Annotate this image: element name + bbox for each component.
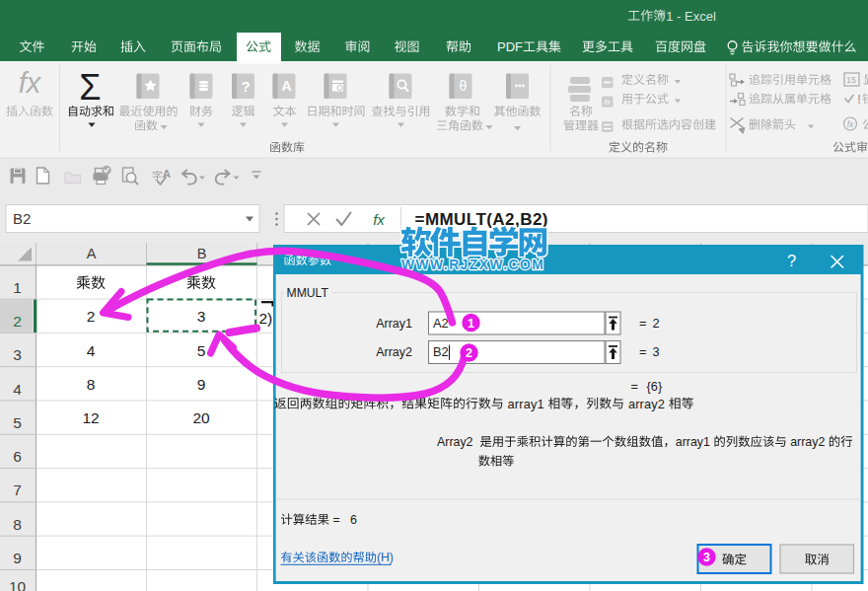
svg-text:3: 3 — [703, 551, 710, 564]
svg-text:5: 5 — [197, 342, 206, 359]
svg-text:array1: array1 — [676, 435, 710, 449]
svg-text:?: ? — [241, 78, 250, 95]
svg-text:A: A — [281, 78, 291, 94]
svg-text:20: 20 — [192, 409, 210, 426]
svg-text:6: 6 — [350, 513, 357, 527]
svg-text:5: 5 — [13, 414, 22, 431]
svg-text:fx: fx — [605, 98, 612, 107]
svg-text:2: 2 — [13, 313, 22, 330]
svg-text:MMULT: MMULT — [287, 286, 329, 300]
svg-text:1: 1 — [468, 317, 474, 331]
svg-text:fx: fx — [847, 119, 854, 129]
svg-text:1: 1 — [13, 279, 22, 296]
svg-text:=: = — [332, 513, 339, 527]
svg-text:15: 15 — [846, 75, 856, 85]
svg-text:2: 2 — [466, 346, 472, 360]
svg-text:PDF: PDF — [497, 39, 523, 54]
svg-text:7: 7 — [13, 481, 22, 498]
svg-text:4: 4 — [13, 381, 22, 398]
svg-text:1: 1 — [666, 9, 673, 24]
svg-text:Array2: Array2 — [376, 345, 412, 359]
svg-text:9: 9 — [197, 376, 206, 393]
svg-text:θ: θ — [460, 78, 468, 94]
svg-text:=MMULT(A2,B2): =MMULT(A2,B2) — [415, 210, 548, 229]
svg-text:2: 2 — [87, 308, 96, 325]
svg-text:10: 10 — [9, 578, 27, 591]
svg-text:4: 4 — [87, 342, 96, 359]
svg-text:2: 2 — [653, 316, 660, 331]
svg-text:Array2: Array2 — [437, 435, 473, 449]
svg-text:array1: array1 — [508, 397, 544, 411]
svg-text:{6}: {6} — [647, 379, 663, 394]
svg-text:A: A — [87, 246, 97, 261]
svg-text:B: B — [197, 246, 207, 261]
svg-text:fx: fx — [373, 211, 385, 228]
svg-text:!: ! — [857, 93, 861, 107]
svg-text:=: = — [639, 344, 646, 359]
svg-text:3: 3 — [653, 344, 660, 359]
svg-text:Array1: Array1 — [376, 317, 412, 331]
svg-text:array2: array2 — [628, 397, 665, 411]
svg-text:-: - — [677, 9, 681, 24]
svg-text:A: A — [163, 168, 171, 180]
svg-text:B2: B2 — [13, 210, 31, 227]
svg-text:=: = — [631, 379, 638, 394]
svg-text:Excel: Excel — [685, 9, 716, 24]
svg-text:9: 9 — [13, 550, 22, 566]
svg-text:fx: fx — [19, 67, 42, 99]
svg-text:2): 2) — [259, 310, 273, 327]
svg-text:Σ: Σ — [79, 67, 101, 108]
svg-text:3: 3 — [197, 308, 206, 325]
svg-text:A2: A2 — [433, 316, 449, 331]
svg-text:3: 3 — [13, 346, 22, 363]
svg-text:6: 6 — [13, 448, 22, 465]
svg-text:(H): (H) — [377, 551, 394, 564]
svg-text:array2: array2 — [790, 435, 825, 449]
svg-text:8: 8 — [13, 516, 22, 533]
svg-text:WWW.RJZXW.COM: WWW.RJZXW.COM — [401, 258, 544, 272]
svg-text:12: 12 — [82, 409, 99, 426]
svg-text:8: 8 — [87, 376, 96, 393]
svg-text:?: ? — [787, 252, 796, 269]
svg-text:B2: B2 — [433, 344, 449, 359]
svg-text:=: = — [639, 316, 646, 331]
